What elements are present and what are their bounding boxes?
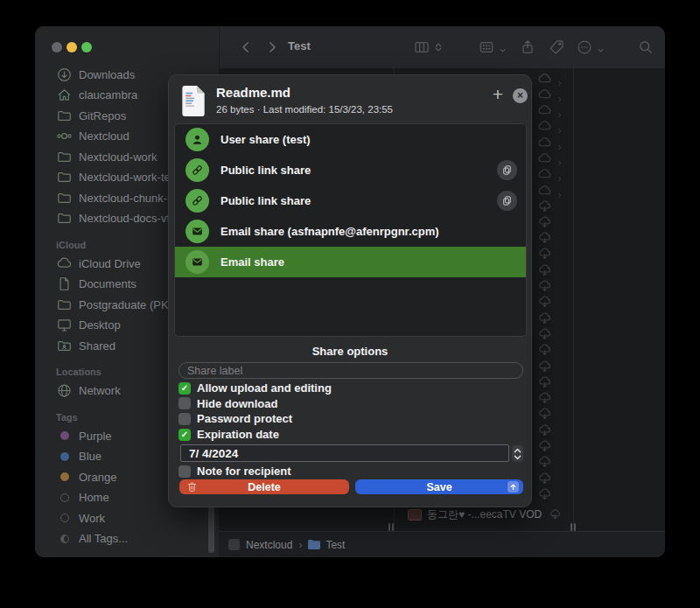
checkbox-label: Expiration date — [197, 428, 279, 441]
copy-link-button[interactable] — [497, 160, 517, 180]
share-dialog: Readme.md 26 bytes · Last modified: 15/3… — [168, 74, 532, 507]
path-root-icon — [228, 539, 240, 550]
column-resize-handle[interactable] — [388, 523, 395, 531]
cloud-download-status — [537, 279, 578, 294]
file-thumbnail — [408, 509, 422, 521]
cloud-download-status — [537, 311, 578, 326]
checkbox-password-protect[interactable]: ✓Password protect — [178, 411, 523, 427]
share-row-label: User share (test) — [220, 133, 311, 146]
path-segment-root[interactable]: Nextcloud — [246, 539, 292, 551]
cloud-download-status — [537, 407, 578, 422]
sidebar-item-label: Home — [79, 491, 109, 504]
cloud-download-status — [537, 327, 578, 342]
delete-button[interactable]: Delete — [179, 479, 349, 494]
cloud-download-status — [537, 263, 578, 278]
sidebar-item-label: Postgraduate (PKU) — [79, 298, 180, 311]
sidebar-item-all-tags[interactable]: All Tags... — [35, 528, 219, 549]
checkbox-label: Note for recipient — [197, 465, 291, 478]
cloud-download-status — [537, 343, 578, 358]
back-button[interactable] — [237, 38, 255, 56]
copy-link-button[interactable] — [497, 191, 517, 211]
folder-icon — [56, 108, 73, 124]
more-options-icon[interactable] — [576, 38, 593, 56]
download-icon — [56, 66, 73, 83]
sidebar-item-label: Shared — [79, 339, 116, 353]
note-checkbox-container: ✓Note for recipient — [178, 464, 523, 479]
sidebar-scrollbar[interactable] — [208, 505, 214, 553]
more-chevron-icon[interactable] — [596, 43, 606, 52]
sidebar-item-label: Nextcloud-work — [79, 150, 158, 164]
forward-button[interactable] — [263, 38, 281, 56]
sidebar-item-label: GitRepos — [79, 109, 126, 122]
save-button[interactable]: Save — [355, 479, 523, 494]
cloud-download-status — [537, 423, 578, 438]
tag-circle-icon — [56, 489, 73, 506]
home-icon — [56, 87, 73, 103]
checkbox-box: ✓ — [178, 397, 191, 409]
tag-dot-icon — [56, 448, 73, 465]
cloud-download-status — [537, 295, 578, 310]
expiration-date-field[interactable]: 7/ 4/2024 — [180, 444, 509, 462]
cloud-download-status — [537, 199, 578, 214]
checkbox-allow-upload-and-editing[interactable]: ✓Allow upload and editing — [178, 381, 523, 396]
cloud-folder-status — [537, 136, 578, 150]
search-icon[interactable] — [637, 38, 654, 56]
date-stepper[interactable] — [512, 445, 523, 462]
markdown-file-icon — [181, 85, 207, 117]
group-chevron-icon[interactable] — [498, 43, 508, 52]
file-row-label: 동그란♥ -...eecaTV VOD — [427, 507, 542, 522]
column-resize-handle[interactable] — [570, 523, 577, 531]
user-share-icon — [186, 128, 209, 151]
trash-icon — [186, 481, 198, 493]
share-row-email[interactable]: Email share — [175, 247, 526, 277]
share-label-input[interactable] — [178, 362, 523, 379]
checkbox-expiration-date[interactable]: ✓Expiration date — [178, 427, 523, 443]
path-segment-current[interactable]: Test — [326, 539, 345, 551]
view-updown-icon[interactable] — [432, 38, 444, 56]
sidebar-item-label: Nextcloud — [79, 129, 130, 143]
close-dialog-button[interactable]: × — [513, 88, 528, 103]
save-shortcut-badge — [508, 481, 519, 493]
toolbar: Test — [219, 26, 665, 69]
share-toolbar-icon[interactable] — [519, 38, 536, 56]
desktop-icon — [56, 317, 73, 333]
link-share-icon — [186, 158, 209, 182]
column-view-icon[interactable] — [413, 38, 430, 56]
sidebar-item-label: claucambra — [79, 88, 137, 101]
cloud-folder-status — [537, 184, 578, 199]
sidebar-item-label: Nextcloud-work-test — [79, 171, 179, 184]
sidebar-item-work[interactable]: Work — [35, 508, 219, 529]
checkbox-note-for-recipient[interactable]: ✓Note for recipient — [178, 464, 523, 479]
folder-icon — [56, 297, 73, 313]
sidebar-item-label: Documents — [79, 277, 136, 290]
sidebar-item-label: Desktop — [79, 318, 121, 332]
checkbox-hide-download[interactable]: ✓Hide download — [178, 396, 523, 412]
checkbox-box: ✓ — [178, 465, 191, 478]
share-row-link[interactable]: Public link share — [175, 185, 526, 216]
cloud-download-status — [537, 455, 578, 470]
nextcloud-icon — [56, 128, 73, 144]
cloud-status-column — [537, 68, 578, 532]
cloud-download-status — [537, 247, 578, 262]
sidebar-item-label: Orange — [79, 471, 116, 484]
sidebar-item-label: Network — [79, 384, 121, 397]
all-tags-icon — [56, 530, 73, 547]
cloud-folder-status — [537, 167, 578, 182]
cloud-download-status — [537, 215, 578, 230]
checkbox-box: ✓ — [178, 429, 191, 441]
share-options-checkboxes: ✓Allow upload and editing✓Hide download✓… — [178, 381, 523, 442]
cloud-download-status — [537, 391, 578, 406]
group-by-icon[interactable] — [478, 38, 495, 56]
checkbox-box: ✓ — [178, 413, 191, 425]
share-row-user[interactable]: User share (test) — [175, 124, 526, 155]
share-row-label: Email share — [220, 255, 284, 269]
tag-icon[interactable] — [548, 38, 565, 56]
share-row-link[interactable]: Public link share — [175, 155, 526, 185]
share-row-label: Public link share — [220, 164, 311, 177]
cloud-folder-status — [537, 87, 578, 102]
file-row[interactable]: 동그란♥ -...eecaTV VOD — [408, 507, 562, 522]
tag-circle-icon — [56, 510, 73, 527]
share-row-email[interactable]: Email share (asfnapnfe@afenrpgnr.cpm) — [175, 216, 526, 247]
checkbox-label: Allow upload and editing — [197, 381, 332, 395]
add-share-button[interactable]: + — [489, 85, 507, 104]
